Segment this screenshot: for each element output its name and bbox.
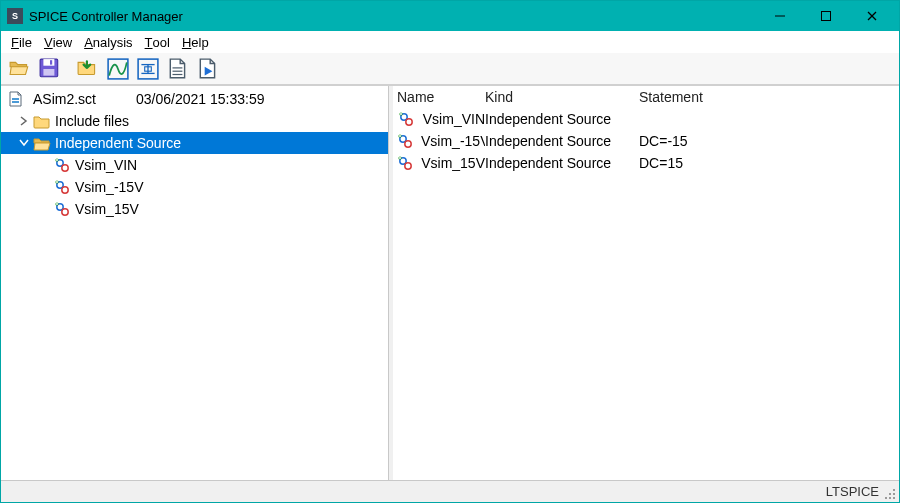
- run-document-button[interactable]: [195, 56, 221, 82]
- column-name[interactable]: Name: [397, 89, 485, 105]
- menu-analysis[interactable]: Analysis: [78, 31, 138, 53]
- cell-kind: Independent Source: [485, 111, 639, 127]
- size-grip-icon[interactable]: [883, 487, 897, 501]
- svg-rect-4: [893, 489, 895, 491]
- menu-tool[interactable]: Tool: [139, 31, 176, 53]
- tree-node[interactable]: Vsim_VIN: [1, 154, 388, 176]
- file-timestamp: 03/06/2021 15:33:59: [136, 91, 264, 107]
- tree-node[interactable]: Independent Source: [1, 132, 388, 154]
- menu-file[interactable]: File: [5, 31, 38, 53]
- document-button[interactable]: [165, 56, 191, 82]
- tree-node-label: Include files: [55, 113, 129, 129]
- tree-node[interactable]: Include files: [1, 110, 388, 132]
- source-icon: [397, 111, 415, 127]
- open-button[interactable]: [7, 56, 33, 82]
- status-simulator: LTSPICE: [826, 484, 879, 499]
- import-netlist-button[interactable]: [75, 56, 101, 82]
- cell-kind: Independent Source: [485, 133, 639, 149]
- cell-name: Vsim_-15V: [421, 133, 485, 149]
- svg-rect-9: [885, 497, 887, 499]
- tree-node-label: Independent Source: [55, 135, 181, 151]
- tree-node[interactable]: Vsim_-15V: [1, 176, 388, 198]
- source-icon: [53, 157, 71, 173]
- source-icon: [53, 179, 71, 195]
- svg-rect-6: [889, 493, 891, 495]
- tree-file-header[interactable]: ASim2.sct03/06/2021 15:33:59: [1, 88, 388, 110]
- folder-icon: [33, 113, 51, 129]
- list-item[interactable]: Vsim_-15VIndependent SourceDC=-15: [393, 130, 899, 152]
- folder-open-icon: [33, 135, 51, 151]
- tree-node-label: Vsim_-15V: [75, 179, 143, 195]
- statusbar: LTSPICE: [1, 480, 899, 502]
- list-item[interactable]: Vsim_15VIndependent SourceDC=15: [393, 152, 899, 174]
- client-area: ASim2.sct03/06/2021 15:33:59Include file…: [1, 85, 899, 480]
- titlebar: S SPICE Controller Manager: [1, 1, 899, 31]
- list-header[interactable]: NameKindStatement: [393, 86, 899, 108]
- close-button[interactable]: [849, 1, 895, 31]
- svg-rect-8: [889, 497, 891, 499]
- source-icon: [53, 201, 71, 217]
- cell-name: Vsim_VIN: [423, 111, 485, 127]
- cell-statement: DC=15: [639, 155, 899, 171]
- svg-rect-7: [893, 497, 895, 499]
- file-icon: [7, 91, 25, 107]
- app-icon: S: [7, 8, 23, 24]
- chevron-down-icon[interactable]: [17, 136, 31, 150]
- window-title: SPICE Controller Manager: [29, 9, 183, 24]
- cell-kind: Independent Source: [485, 155, 639, 171]
- svg-rect-5: [893, 493, 895, 495]
- cell-statement: DC=-15: [639, 133, 899, 149]
- tree-pane[interactable]: ASim2.sct03/06/2021 15:33:59Include file…: [1, 86, 389, 480]
- menu-view[interactable]: View: [38, 31, 78, 53]
- chevron-right-icon[interactable]: [17, 114, 31, 128]
- minimize-button[interactable]: [757, 1, 803, 31]
- column-kind[interactable]: Kind: [485, 89, 639, 105]
- waveform-button[interactable]: [105, 56, 131, 82]
- list-item[interactable]: Vsim_VINIndependent Source: [393, 108, 899, 130]
- tree-node-label: Vsim_VIN: [75, 157, 137, 173]
- cell-name: Vsim_15V: [421, 155, 485, 171]
- svg-rect-1: [822, 12, 831, 21]
- save-button[interactable]: [37, 56, 63, 82]
- tree-node-label: Vsim_15V: [75, 201, 139, 217]
- tree-node[interactable]: Vsim_15V: [1, 198, 388, 220]
- maximize-button[interactable]: [803, 1, 849, 31]
- source-icon: [397, 155, 413, 171]
- list-pane[interactable]: NameKindStatementVsim_VINIndependent Sou…: [393, 86, 899, 480]
- schematic-button[interactable]: [135, 56, 161, 82]
- menubar: FileViewAnalysisToolHelp: [1, 31, 899, 53]
- column-statement[interactable]: Statement: [639, 89, 899, 105]
- file-name: ASim2.sct: [33, 91, 96, 107]
- toolbar: [1, 53, 899, 85]
- toolbar-separator: [67, 56, 71, 82]
- source-icon: [397, 133, 413, 149]
- app-window: S SPICE Controller Manager FileViewAnaly…: [0, 0, 900, 503]
- menu-help[interactable]: Help: [176, 31, 215, 53]
